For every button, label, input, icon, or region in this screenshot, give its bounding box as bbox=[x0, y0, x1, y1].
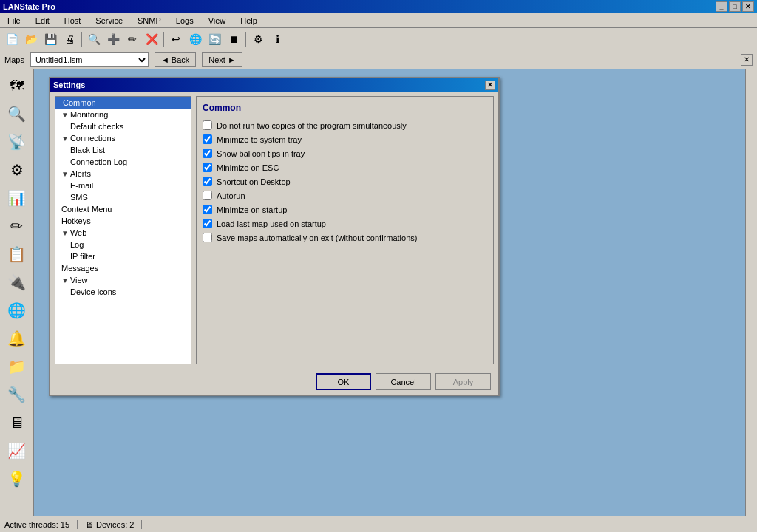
tree-item-hotkeys[interactable]: Hotkeys bbox=[55, 215, 191, 227]
toolbar-undo[interactable]: ↩ bbox=[167, 30, 185, 48]
menu-view[interactable]: View bbox=[204, 15, 231, 27]
checkbox-no-two-copies[interactable] bbox=[203, 120, 212, 130]
checkbox-show-balloon[interactable] bbox=[203, 149, 212, 158]
tree-label-email: E-mail bbox=[70, 181, 93, 190]
settings-titlebar: Settings ✕ bbox=[50, 78, 498, 92]
title-bar: LANState Pro _ □ ✕ bbox=[0, 0, 757, 13]
sidebar-icon-search[interactable]: 🔍 bbox=[4, 100, 30, 127]
checkbox-minimize-esc[interactable] bbox=[203, 163, 212, 172]
sidebar-icon-display[interactable]: 🖥 bbox=[4, 409, 30, 436]
next-button[interactable]: Next ► bbox=[202, 52, 242, 67]
check-minimize-tray: Minimize to system tray bbox=[203, 134, 487, 144]
maps-close-button[interactable]: ✕ bbox=[741, 54, 753, 66]
cancel-button[interactable]: Cancel bbox=[376, 373, 431, 390]
content-section-title: Common bbox=[203, 103, 487, 113]
tree-label-view: View bbox=[70, 276, 88, 284]
tree-item-ip-filter[interactable]: IP filter bbox=[55, 250, 191, 262]
sidebar-icon-settings[interactable]: ⚙ bbox=[4, 157, 30, 183]
sidebar-icon-clipboard[interactable]: 📋 bbox=[4, 241, 30, 267]
toolbar-open[interactable]: 📂 bbox=[22, 30, 40, 48]
tree-item-web[interactable]: ▼ Web bbox=[55, 227, 191, 239]
tree-item-connection-log[interactable]: Connection Log bbox=[55, 156, 191, 168]
checkbox-shortcut-desktop[interactable] bbox=[203, 177, 212, 186]
toolbar-sep1 bbox=[81, 32, 82, 47]
label-minimize-tray[interactable]: Minimize to system tray bbox=[217, 135, 302, 144]
sidebar-icon-chart[interactable]: 📈 bbox=[4, 437, 30, 464]
apply-button[interactable]: Apply bbox=[435, 373, 491, 390]
checkbox-autorun[interactable] bbox=[203, 191, 212, 200]
tree-item-monitoring[interactable]: ▼ Monitoring bbox=[55, 109, 191, 120]
tree-label-context-menu: Context Menu bbox=[61, 205, 112, 214]
menu-help[interactable]: Help bbox=[236, 15, 262, 27]
back-button[interactable]: ◄ Back bbox=[155, 52, 196, 67]
tree-item-common[interactable]: Common bbox=[55, 97, 191, 109]
toolbar-new[interactable]: 📄 bbox=[3, 30, 21, 48]
toolbar-print[interactable]: 🖨 bbox=[61, 30, 78, 48]
sidebar-icon-web[interactable]: 🌐 bbox=[4, 297, 30, 324]
label-minimize-esc[interactable]: Minimize on ESC bbox=[217, 163, 279, 172]
tree-expand-web: ▼ bbox=[61, 229, 69, 237]
menu-file[interactable]: File bbox=[3, 15, 25, 27]
close-button[interactable]: ✕ bbox=[742, 1, 754, 12]
menu-snmp[interactable]: SNMP bbox=[133, 15, 166, 27]
sidebar-icon-tools[interactable]: 🔧 bbox=[4, 381, 30, 408]
tree-item-alerts[interactable]: ▼ Alerts bbox=[55, 168, 191, 180]
tree-label-device-icons: Device icons bbox=[70, 287, 116, 296]
sidebar-icon-light[interactable]: 💡 bbox=[4, 466, 30, 492]
tree-item-log[interactable]: Log bbox=[55, 239, 191, 250]
settings-close-button[interactable]: ✕ bbox=[485, 81, 495, 90]
toolbar-settings[interactable]: ⚙ bbox=[249, 30, 267, 48]
label-autorun[interactable]: Autorun bbox=[217, 191, 245, 200]
toolbar-edit[interactable]: ✏ bbox=[123, 30, 141, 48]
tree-item-default-checks[interactable]: Default checks bbox=[55, 120, 191, 132]
checkbox-save-maps-auto[interactable] bbox=[203, 233, 212, 242]
toolbar-refresh[interactable]: 🔄 bbox=[206, 30, 223, 48]
label-no-two-copies[interactable]: Do not run two copies of the program sim… bbox=[217, 121, 407, 130]
toolbar-delete[interactable]: ❌ bbox=[143, 30, 160, 48]
menu-edit[interactable]: Edit bbox=[31, 15, 54, 27]
dialog-buttons: OK Cancel Apply bbox=[50, 369, 498, 395]
sidebar-icon-alerts[interactable]: 🔔 bbox=[4, 325, 30, 352]
checkbox-minimize-tray[interactable] bbox=[203, 134, 212, 144]
menu-logs[interactable]: Logs bbox=[172, 15, 198, 27]
checkbox-minimize-startup[interactable] bbox=[203, 205, 212, 214]
tree-item-device-icons[interactable]: Device icons bbox=[55, 286, 191, 298]
right-scrollbar[interactable] bbox=[745, 69, 757, 516]
app-title: LANState Pro bbox=[3, 2, 55, 11]
sidebar-icon-network[interactable]: 🔌 bbox=[4, 269, 30, 296]
label-shortcut-desktop[interactable]: Shortcut on Desktop bbox=[217, 177, 291, 186]
maximize-button[interactable]: □ bbox=[729, 1, 741, 12]
tree-item-view[interactable]: ▼ View bbox=[55, 274, 191, 286]
toolbar-save[interactable]: 💾 bbox=[41, 30, 59, 48]
toolbar-info[interactable]: ℹ bbox=[268, 30, 286, 48]
label-load-last-map[interactable]: Load last map used on startup bbox=[217, 219, 326, 228]
tree-item-sms[interactable]: SMS bbox=[55, 191, 191, 203]
sidebar-icon-draw[interactable]: ✏ bbox=[4, 213, 30, 239]
tree-item-black-list[interactable]: Black List bbox=[55, 144, 191, 156]
toolbar-net[interactable]: 🌐 bbox=[186, 30, 204, 48]
sidebar-icon-folder[interactable]: 📁 bbox=[4, 353, 30, 380]
sidebar-icon-stats[interactable]: 📊 bbox=[4, 185, 30, 211]
settings-body: Common ▼ Monitoring Default checks ▼ Con… bbox=[50, 92, 498, 369]
tree-item-context-menu[interactable]: Context Menu bbox=[55, 203, 191, 215]
maps-dropdown[interactable]: Untitled1.lsm bbox=[30, 52, 149, 67]
tree-item-connections[interactable]: ▼ Connections bbox=[55, 132, 191, 144]
toolbar-add[interactable]: ➕ bbox=[104, 30, 122, 48]
sidebar-icon-maps[interactable]: 🗺 bbox=[4, 72, 30, 99]
checkbox-load-last-map[interactable] bbox=[203, 219, 212, 228]
minimize-button[interactable]: _ bbox=[716, 1, 727, 12]
menu-service[interactable]: Service bbox=[91, 15, 127, 27]
tree-item-email[interactable]: E-mail bbox=[55, 180, 191, 191]
label-minimize-startup[interactable]: Minimize on startup bbox=[217, 205, 287, 214]
label-save-maps-auto[interactable]: Save maps automatically on exit (without… bbox=[217, 233, 417, 242]
label-show-balloon[interactable]: Show balloon tips in tray bbox=[217, 149, 305, 158]
toolbar-scan[interactable]: 🔍 bbox=[85, 30, 103, 48]
settings-dialog: Settings ✕ Common ▼ Monitoring bbox=[49, 77, 500, 396]
menu-host[interactable]: Host bbox=[60, 15, 86, 27]
sidebar-icon-monitor[interactable]: 📡 bbox=[4, 129, 30, 155]
tree-panel[interactable]: Common ▼ Monitoring Default checks ▼ Con… bbox=[55, 96, 191, 364]
toolbar-stop[interactable]: ⏹ bbox=[225, 30, 242, 48]
ok-button[interactable]: OK bbox=[316, 373, 371, 390]
tree-expand-monitoring: ▼ bbox=[61, 111, 69, 119]
tree-item-messages[interactable]: Messages bbox=[55, 262, 191, 274]
